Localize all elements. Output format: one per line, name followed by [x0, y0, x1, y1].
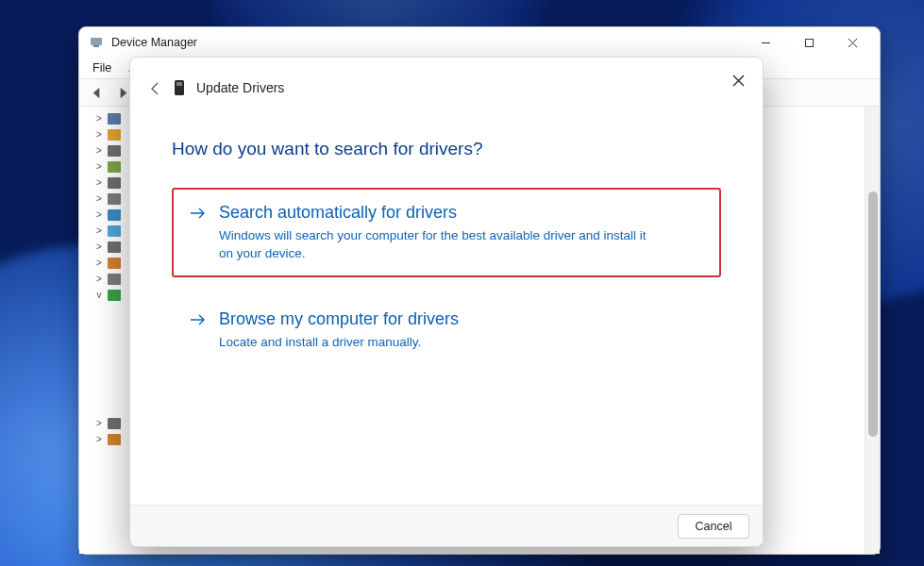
- chevron-down-icon[interactable]: v: [94, 290, 104, 300]
- device-category-icon: [108, 112, 121, 125]
- arrow-right-icon: [191, 206, 206, 223]
- app-icon: [89, 35, 104, 50]
- dialog-footer: Cancel: [130, 505, 763, 546]
- device-category-icon: [108, 176, 121, 190]
- device-category-icon: [108, 289, 121, 302]
- device-category-icon: [108, 433, 121, 446]
- maximize-button[interactable]: [787, 27, 831, 58]
- option-text: Search automatically for drivers Windows…: [219, 201, 663, 262]
- scrollbar-thumb[interactable]: [868, 191, 878, 437]
- device-category-icon: [108, 144, 121, 158]
- dialog-close-button[interactable]: [725, 67, 751, 93]
- window-buttons: [744, 27, 874, 58]
- minimize-button[interactable]: [744, 27, 787, 58]
- device-category-icon: [108, 273, 121, 286]
- chevron-right-icon[interactable]: >: [94, 274, 104, 284]
- device-category-icon: [108, 160, 121, 174]
- dialog-header: Update Drivers: [130, 58, 763, 112]
- option-search-automatically[interactable]: Search automatically for drivers Windows…: [172, 188, 721, 277]
- dialog-heading: How do you want to search for drivers?: [172, 139, 721, 159]
- option-desc: Windows will search your computer for th…: [219, 227, 663, 261]
- chevron-right-icon[interactable]: >: [94, 161, 104, 172]
- chevron-right-icon[interactable]: >: [94, 434, 104, 444]
- device-category-icon: [108, 417, 121, 430]
- titlebar-left: Device Manager: [89, 35, 197, 50]
- device-category-icon: [108, 208, 121, 222]
- update-drivers-dialog: Update Drivers How do you want to search…: [129, 57, 764, 547]
- device-category-icon: [108, 225, 121, 238]
- device-category-icon: [108, 192, 121, 206]
- option-text: Browse my computer for drivers Locate an…: [219, 308, 459, 352]
- chevron-right-icon[interactable]: >: [94, 145, 104, 156]
- device-category-icon: [108, 241, 121, 254]
- titlebar: Device Manager: [79, 27, 880, 58]
- chevron-right-icon[interactable]: >: [94, 209, 104, 220]
- dialog-title-wrap: Update Drivers: [172, 78, 284, 97]
- chevron-right-icon[interactable]: >: [94, 225, 104, 236]
- dialog-title: Update Drivers: [196, 80, 284, 95]
- chevron-right-icon[interactable]: >: [94, 418, 104, 428]
- menu-file[interactable]: File: [85, 59, 119, 76]
- option-browse-computer[interactable]: Browse my computer for drivers Locate an…: [172, 294, 721, 367]
- chevron-right-icon[interactable]: >: [94, 177, 104, 188]
- driver-icon: [172, 78, 187, 97]
- chevron-right-icon[interactable]: >: [94, 258, 104, 268]
- chevron-right-icon[interactable]: >: [94, 241, 104, 252]
- option-desc: Locate and install a driver manually.: [219, 334, 459, 351]
- device-category-icon: [108, 257, 121, 270]
- close-button[interactable]: [831, 27, 874, 58]
- arrow-right-icon: [191, 312, 206, 329]
- device-category-icon: [108, 128, 121, 142]
- svg-rect-1: [93, 45, 99, 47]
- chevron-right-icon[interactable]: >: [94, 113, 104, 124]
- svg-rect-0: [91, 38, 102, 45]
- window-title: Device Manager: [111, 36, 197, 49]
- scrollbar[interactable]: [865, 107, 880, 554]
- svg-rect-2: [805, 39, 813, 46]
- dialog-content: How do you want to search for drivers? S…: [130, 112, 763, 505]
- option-title: Search automatically for drivers: [219, 201, 663, 224]
- nav-back-button[interactable]: [84, 81, 109, 104]
- cancel-button[interactable]: Cancel: [678, 514, 749, 539]
- chevron-right-icon[interactable]: >: [94, 129, 104, 140]
- chevron-right-icon[interactable]: >: [94, 193, 104, 204]
- option-title: Browse my computer for drivers: [219, 308, 459, 330]
- svg-rect-4: [176, 82, 182, 86]
- back-button[interactable]: [145, 78, 166, 99]
